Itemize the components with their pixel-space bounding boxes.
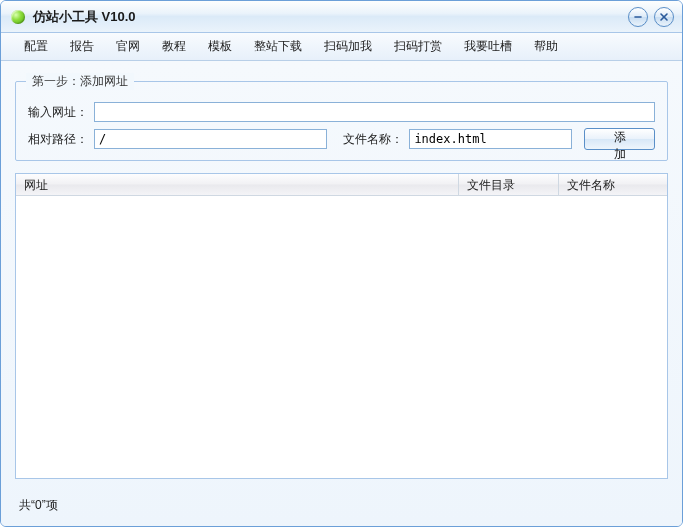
- close-button[interactable]: [654, 7, 674, 27]
- menu-help[interactable]: 帮助: [523, 34, 569, 59]
- menu-feedback[interactable]: 我要吐槽: [453, 34, 523, 59]
- menu-fullsite[interactable]: 整站下载: [243, 34, 313, 59]
- url-list: 网址 文件目录 文件名称: [15, 173, 668, 479]
- url-input[interactable]: [94, 102, 655, 122]
- menu-config[interactable]: 配置: [13, 34, 59, 59]
- row-path: 相对路径： 文件名称： 添加: [28, 128, 655, 150]
- add-button[interactable]: 添加: [584, 128, 655, 150]
- path-input[interactable]: [94, 129, 327, 149]
- menu-qr-addme[interactable]: 扫码加我: [313, 34, 383, 59]
- menu-template[interactable]: 模板: [197, 34, 243, 59]
- app-icon: [11, 10, 25, 24]
- window-title: 仿站小工具 V10.0: [33, 8, 628, 26]
- menu-tutorial[interactable]: 教程: [151, 34, 197, 59]
- close-icon: [659, 12, 669, 22]
- row-url: 输入网址：: [28, 102, 655, 122]
- menu-website[interactable]: 官网: [105, 34, 151, 59]
- title-bar: 仿站小工具 V10.0: [1, 1, 682, 33]
- item-count: 共“0”项: [15, 491, 668, 516]
- filename-input[interactable]: [409, 129, 572, 149]
- menu-qr-donate[interactable]: 扫码打赏: [383, 34, 453, 59]
- url-label: 输入网址：: [28, 104, 88, 121]
- client-area: 第一步：添加网址 输入网址： 相对路径： 文件名称： 添加 网址 文件目录 文件…: [1, 61, 682, 526]
- menu-bar: 配置 报告 官网 教程 模板 整站下载 扫码加我 扫码打赏 我要吐槽 帮助: [1, 33, 682, 61]
- path-label: 相对路径：: [28, 131, 88, 148]
- step1-group: 第一步：添加网址 输入网址： 相对路径： 文件名称： 添加: [15, 81, 668, 161]
- minimize-button[interactable]: [628, 7, 648, 27]
- app-window: 仿站小工具 V10.0 配置 报告 官网 教程 模板 整站下载 扫码加我 扫码打…: [0, 0, 683, 527]
- menu-report[interactable]: 报告: [59, 34, 105, 59]
- filename-label: 文件名称：: [343, 131, 403, 148]
- window-buttons: [628, 7, 674, 27]
- minimize-icon: [633, 12, 643, 22]
- col-header-url[interactable]: 网址: [16, 174, 459, 195]
- list-header: 网址 文件目录 文件名称: [16, 174, 667, 196]
- col-header-dir[interactable]: 文件目录: [459, 174, 559, 195]
- step1-legend: 第一步：添加网址: [26, 73, 134, 90]
- list-body[interactable]: [16, 196, 667, 478]
- col-header-name[interactable]: 文件名称: [559, 174, 667, 195]
